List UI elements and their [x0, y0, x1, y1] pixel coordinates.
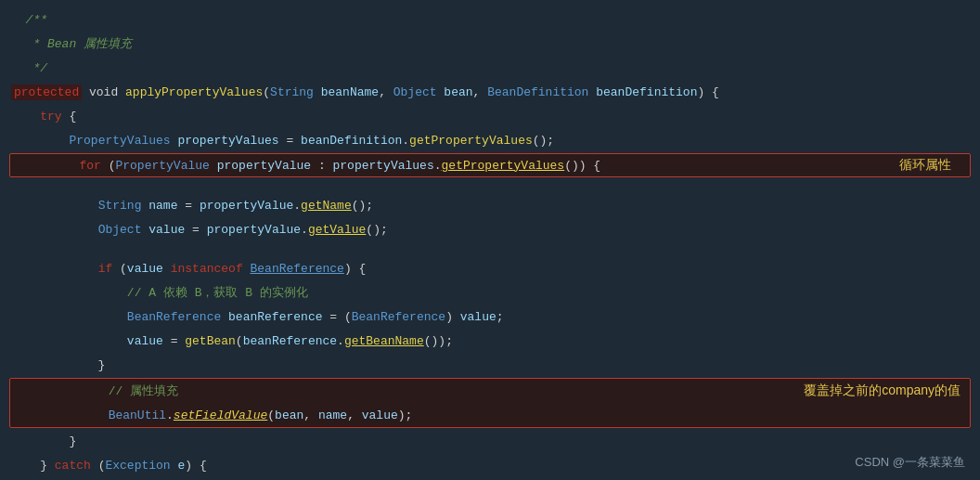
indent-7 [21, 159, 79, 173]
cast-close: ) [445, 310, 460, 324]
dot-7: . [434, 159, 442, 173]
for-paren-close: ()) { [564, 159, 600, 173]
code-line-14: BeanReference beanReference = ( BeanRefe… [0, 305, 980, 329]
indent-20: } [11, 459, 55, 473]
method-getbeanname: getBeanName [344, 334, 424, 348]
comment-zh-17: // 属性填充 [109, 383, 178, 399]
arg-value: value [362, 409, 398, 422]
for-paren-open: ( [101, 159, 116, 173]
method-getpropvals: getPropertyValues [409, 134, 533, 148]
indent-6 [11, 134, 69, 148]
param-type-2: Object [393, 85, 437, 99]
dot-10: . [301, 223, 308, 237]
type-beanref-14: BeanReference [127, 310, 221, 324]
catch-close: ) { [185, 459, 206, 473]
type-beanref: BeanReference [251, 262, 344, 276]
paren-18: ( [267, 409, 275, 422]
assign-9: = [177, 199, 199, 213]
code-line-16: } [0, 353, 980, 377]
method-name: applyPropertyValues [125, 85, 263, 99]
space-10 [141, 223, 148, 237]
catch-paren: ( [91, 459, 106, 473]
method-setfieldvalue: setFieldValue [174, 409, 267, 422]
assign-14: = ( [322, 310, 351, 324]
keyword-if: if [98, 262, 113, 276]
space-7 [210, 159, 217, 173]
code-line-3: */ [0, 56, 980, 80]
code-line-17: // 属性填充 覆盖掉之前的company的值 [10, 379, 970, 403]
code-line-15: value = getBean ( beanReference . getBea… [0, 329, 980, 353]
colon-7: : [311, 159, 332, 173]
code-line-12: if ( value instanceof BeanReference ) { [0, 256, 980, 280]
semi-9: (); [352, 199, 373, 213]
type-string: String [98, 199, 142, 213]
space-12b [243, 262, 251, 276]
paren-close-15: ()); [424, 334, 453, 348]
keyword-protected: protected [11, 84, 82, 100]
comma-18a: , [303, 409, 318, 422]
type-propvals: PropertyValues [69, 134, 170, 148]
code-line-13: // A 依赖 B，获取 B 的实例化 [0, 280, 980, 305]
method-end: ) { [697, 85, 718, 99]
dot-9: . [293, 199, 301, 213]
code-line-19: } [0, 429, 980, 453]
indent-try [11, 110, 40, 123]
method-getbean: getBean [185, 334, 236, 348]
method-getname: getName [301, 199, 352, 213]
method-params: ( [263, 85, 270, 99]
var-value-14: value [460, 310, 496, 324]
if-paren: ( [112, 262, 127, 276]
code-line-7: for ( PropertyValue propertyValue : prop… [9, 153, 971, 177]
space [314, 85, 321, 99]
var-value: value [148, 223, 185, 237]
code-line-2: * Bean 属性填充 [0, 32, 980, 56]
csdn-watermark: CSDN @一条菜菜鱼 [855, 454, 965, 471]
var-value-12: value [127, 262, 163, 276]
code-line-4: protected void applyPropertyValues ( Str… [0, 80, 980, 104]
code-line-5: try { [0, 104, 980, 128]
code-line-18: BeanUtil . setFieldValue ( bean , name ,… [10, 403, 970, 427]
code-line-8 [0, 178, 980, 193]
indent-17 [21, 384, 109, 398]
if-close: ) { [344, 262, 366, 276]
param-1: beanName [321, 85, 379, 99]
space3 [588, 85, 596, 99]
indent-18 [21, 409, 109, 422]
keyword-catch: catch [55, 459, 91, 473]
annotation-for: 循环属性 [899, 157, 951, 174]
code-line-20: } catch ( Exception e ) { [0, 453, 980, 477]
code-editor: /** * Bean 属性填充 */ protected void applyP… [0, 0, 980, 480]
indent-15 [11, 334, 127, 348]
method-getpropvals2: getPropertyValues [442, 159, 565, 173]
dot-18: . [166, 409, 174, 422]
type-propval: PropertyValue [115, 159, 209, 173]
method-void: void [82, 85, 125, 99]
param-2: bean [444, 85, 472, 99]
dot-6: . [402, 134, 409, 148]
var-value-15: value [127, 334, 163, 348]
paren-15: ( [236, 334, 243, 348]
method-getvalue: getValue [308, 223, 366, 237]
param-type-3: BeanDefinition [487, 85, 588, 99]
space-instanceof [163, 262, 171, 276]
indent-12 [11, 262, 98, 276]
code-line-6: PropertyValues propertyValues = beanDefi… [0, 128, 980, 152]
keyword-try: try [40, 110, 61, 123]
code-line-10: Object value = propertyValue . getValue … [0, 217, 980, 241]
var-beanref-15: beanReference [243, 334, 337, 348]
indent-10 [11, 223, 98, 237]
var-propval-10: propertyValue [207, 223, 301, 237]
indent-19: } [11, 435, 76, 448]
semi-10: (); [366, 223, 387, 237]
code-line-9: String name = propertyValue . getName ()… [0, 193, 980, 217]
space-6 [171, 134, 178, 148]
indent-13 [11, 286, 127, 300]
var-name: name [148, 199, 177, 213]
dot-15: . [337, 334, 344, 348]
type-beanutil: BeanUtil [109, 409, 166, 422]
var-beandefinition: beanDefinition [301, 134, 402, 148]
keyword-for: for [79, 159, 100, 173]
semi-14: ; [496, 310, 504, 324]
comment-bean: * Bean 属性填充 [11, 35, 132, 52]
space-14 [221, 310, 228, 324]
